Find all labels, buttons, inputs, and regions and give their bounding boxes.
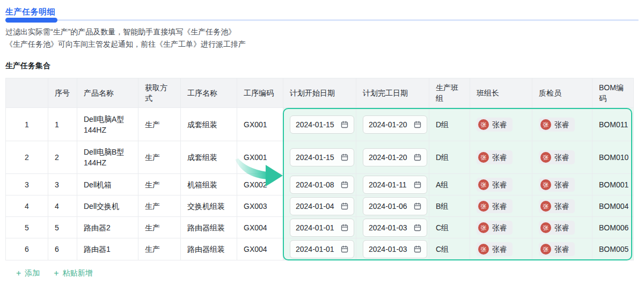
bom-code-cell: BOM010 [592, 141, 634, 174]
table-row: 5 5 路由器2 生产 路由器组装 GX004 2024-01-01 2024-… [6, 217, 634, 238]
calendar-icon [341, 245, 348, 253]
process-code-cell: GX003 [237, 195, 283, 217]
date-value: 2024-01-01 [296, 222, 334, 233]
process-name-cell: 交换机组装 [181, 195, 237, 217]
inspector-chip[interactable]: 张 张睿 [539, 150, 575, 164]
acquire-mode-cell: 生产 [138, 108, 181, 141]
date-value: 2024-01-08 [296, 179, 334, 190]
process-name-cell: 成套组装 [181, 108, 237, 141]
calendar-icon [414, 181, 421, 188]
header-start-date: 计划开始日期 [283, 78, 356, 108]
end-date-input[interactable]: 2024-01-03 [363, 219, 427, 237]
inspector-chip[interactable]: 张 张睿 [539, 221, 575, 235]
product-name-cell: 路由器1 [77, 238, 138, 260]
start-date-cell: 2024-01-01 [283, 217, 356, 238]
product-name-cell: Dell交换机 [77, 195, 138, 217]
process-code-cell: GX004 [237, 217, 283, 238]
seq-cell: 5 [48, 217, 77, 238]
date-value: 2024-01-20 [369, 119, 407, 130]
inspector-chip[interactable]: 张 张睿 [539, 178, 575, 192]
date-value: 2024-01-03 [369, 244, 407, 255]
start-date-input[interactable]: 2024-01-01 [290, 219, 354, 237]
table-row: 2 2 Dell电脑B型 144HZ 生产 成套组装 GX001 2024-01… [6, 141, 634, 174]
production-task-page: 生产任务明细 过滤出实际需“生产”的产品及数量，智能助手直接填写《生产任务池》 … [0, 0, 644, 283]
calendar-icon [414, 154, 421, 161]
date-value: 2024-01-15 [296, 152, 334, 163]
table-header-row: 序号 产品名称 获取方式 工序名称 工序编码 计划开始日期 计划完工日期 生产班… [6, 78, 634, 108]
person-name: 张睿 [554, 222, 569, 233]
start-date-cell: 2024-01-04 [283, 195, 356, 217]
start-date-input[interactable]: 2024-01-04 [290, 197, 354, 215]
end-date-input[interactable]: 2024-01-20 [363, 115, 427, 134]
add-row-button[interactable]: + 添加 [16, 269, 40, 278]
header-inspector: 质检员 [532, 78, 592, 108]
end-date-input[interactable]: 2024-01-03 [363, 240, 427, 258]
inspector-cell: 张 张睿 [532, 108, 592, 141]
leader-chip[interactable]: 张 张睿 [477, 221, 513, 235]
inspector-chip[interactable]: 张 张睿 [539, 242, 575, 256]
seq-cell: 2 [48, 141, 77, 174]
leader-chip[interactable]: 张 张睿 [477, 199, 513, 213]
row-index-cell: 5 [6, 217, 48, 238]
page-description: 过滤出实际需“生产”的产品及数量，智能助手直接填写《生产任务池》 《生产任务池》… [5, 26, 246, 50]
inspector-chip[interactable]: 张 张睿 [539, 199, 575, 213]
table-row: 6 6 路由器1 生产 路由器组装 GX004 2024-01-01 2024-… [6, 238, 634, 260]
avatar: 张 [478, 201, 489, 212]
end-date-input[interactable]: 2024-01-20 [363, 148, 427, 166]
inspector-cell: 张 张睿 [532, 141, 592, 174]
end-date-cell: 2024-01-03 [356, 217, 429, 238]
header-acquire: 获取方式 [138, 78, 181, 108]
product-name-cell: Dell电脑B型 144HZ [77, 141, 138, 174]
person-name: 张睿 [554, 152, 569, 163]
avatar: 张 [478, 119, 489, 130]
bom-code-cell: BOM005 [592, 238, 634, 260]
calendar-icon [341, 121, 348, 128]
date-value: 2024-01-20 [369, 152, 407, 163]
leader-chip[interactable]: 张 张睿 [477, 178, 513, 192]
avatar: 张 [540, 244, 551, 255]
seq-cell: 6 [48, 238, 77, 260]
leader-chip[interactable]: 张 张睿 [477, 150, 513, 164]
inspector-cell: 张 张睿 [532, 195, 592, 217]
start-date-input[interactable]: 2024-01-01 [290, 240, 354, 258]
start-date-input[interactable]: 2024-01-15 [290, 115, 354, 134]
calendar-icon [414, 202, 421, 210]
end-date-input[interactable]: 2024-01-06 [363, 197, 427, 215]
person-name: 张睿 [554, 201, 569, 212]
calendar-icon [414, 245, 421, 253]
avatar: 张 [540, 201, 551, 212]
leader-chip[interactable]: 张 张睿 [477, 118, 513, 132]
bom-code-cell: BOM006 [592, 217, 634, 238]
date-value: 2024-01-15 [296, 119, 334, 130]
header-process: 工序名称 [181, 78, 237, 108]
avatar: 张 [478, 152, 489, 163]
start-date-cell: 2024-01-15 [283, 141, 356, 174]
person-name: 张睿 [492, 179, 507, 190]
row-index-cell: 4 [6, 195, 48, 217]
start-date-input[interactable]: 2024-01-08 [290, 176, 354, 194]
table-row: 1 1 Dell电脑A型 144HZ 生产 成套组装 GX001 2024-01… [6, 108, 634, 141]
start-date-input[interactable]: 2024-01-15 [290, 148, 354, 166]
calendar-icon [341, 224, 348, 231]
leader-cell: 张 张睿 [470, 217, 532, 238]
process-code-cell: GX002 [237, 174, 283, 195]
bom-code-cell: BOM001 [592, 174, 634, 195]
calendar-icon [341, 202, 348, 210]
leader-chip[interactable]: 张 张睿 [477, 242, 513, 256]
paste-add-button[interactable]: + 粘贴新增 [54, 269, 92, 278]
inspector-chip[interactable]: 张 张睿 [539, 118, 575, 132]
seq-cell: 4 [48, 195, 77, 217]
date-value: 2024-01-03 [369, 222, 407, 233]
process-name-cell: 路由器组装 [181, 238, 237, 260]
header-leader: 班组长 [470, 78, 532, 108]
end-date-cell: 2024-01-03 [356, 238, 429, 260]
end-date-input[interactable]: 2024-01-11 [363, 176, 427, 194]
plus-icon: + [54, 269, 58, 278]
seq-cell: 1 [48, 108, 77, 141]
paste-add-label: 粘贴新增 [63, 269, 93, 278]
process-code-cell: GX001 [237, 141, 283, 174]
process-name-cell: 成套组装 [181, 141, 237, 174]
section-title: 生产任务集合 [5, 61, 50, 71]
avatar: 张 [540, 152, 551, 163]
end-date-cell: 2024-01-20 [356, 141, 429, 174]
